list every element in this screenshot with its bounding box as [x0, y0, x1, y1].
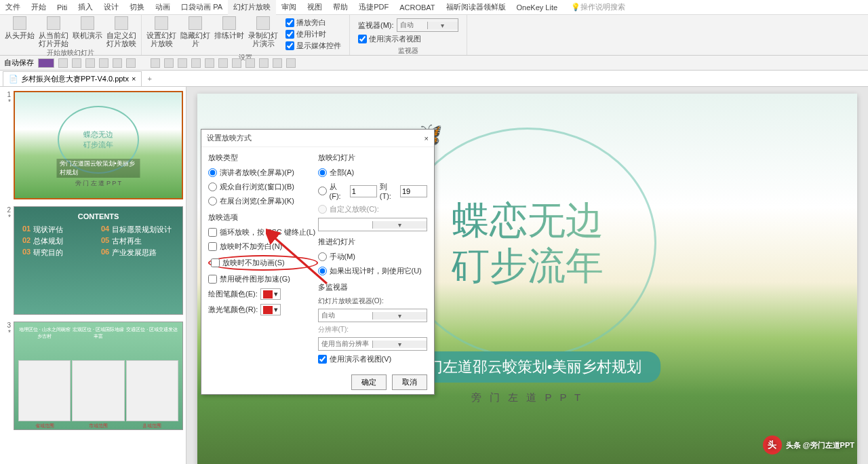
document-tabs: 📄乡村振兴创意大赛PPT-V4.0.pptx× + [0, 71, 868, 87]
radio-presenter[interactable]: 演讲者放映(全屏幕)(P) [208, 167, 318, 178]
tab-foxit[interactable]: 福昕阅读器领鲜版 [441, 0, 511, 15]
redo-icon[interactable] [85, 58, 95, 68]
qa-icon[interactable] [259, 58, 269, 68]
check-loop[interactable]: 循环放映，按 ESC 键终止(L) [208, 227, 318, 238]
section-show-slides: 放映幻灯片 [318, 153, 428, 163]
resolution-select[interactable]: 使用当前分辨率▾ [318, 337, 428, 351]
qa-icon[interactable] [232, 58, 241, 68]
thumbnail-1[interactable]: 1* 蝶恋无边 矴步流年 旁门左道国云蛟策划•美丽乡村规划 旁 门 左 道 P … [3, 91, 183, 199]
qa-icon[interactable] [273, 58, 282, 68]
save-icon[interactable] [58, 58, 68, 68]
tab-review[interactable]: 审阅 [276, 0, 302, 15]
menu-tabs: 文件 开始 Piti 插入 设计 切换 动画 口袋动画 PA 幻灯片放映 审阅 … [0, 0, 868, 15]
slide-subtitle: 旁 门 左 道 P P T [471, 391, 583, 404]
section-show-type: 放映类型 [208, 153, 318, 163]
tab-insert[interactable]: 插入 [73, 0, 98, 15]
custom-show-button[interactable]: 自定义幻灯片放映 [106, 16, 137, 47]
qa-icon[interactable] [205, 58, 214, 68]
qa-icon[interactable] [164, 58, 174, 68]
tab-help[interactable]: 帮助 [328, 0, 353, 15]
media-controls-check[interactable]: 显示媒体控件 [285, 41, 341, 51]
group-label: 开始放映幻灯片 [47, 48, 94, 58]
presenter-view-check[interactable]: 使用演示者视图 [358, 34, 458, 44]
play-narration-check[interactable]: 播放旁白 [285, 18, 341, 28]
document-tab[interactable]: 📄乡村振兴创意大赛PPT-V4.0.pptx× [3, 71, 142, 86]
tab-transitions[interactable]: 切换 [124, 0, 150, 15]
qa-icon[interactable] [99, 58, 108, 68]
tab-design[interactable]: 设计 [98, 0, 124, 15]
slide-title-1: 蝶恋无边 [452, 197, 604, 243]
thumbnail-2[interactable]: 2* CONTENTS 01现状评估 04目标愿景规划设计 02总体规划 05古… [3, 206, 183, 315]
ok-button[interactable]: 确定 [351, 374, 387, 390]
slide-title-2: 矴步流年 [452, 243, 604, 288]
check-disable-hw[interactable]: 禁用硬件图形加速(G) [208, 273, 318, 285]
cancel-button[interactable]: 取消 [392, 374, 427, 390]
qa-icon[interactable] [113, 58, 122, 68]
custom-show-select[interactable]: ▾ [318, 218, 428, 231]
autosave-toggle[interactable] [38, 58, 54, 68]
play-icon [13, 16, 26, 30]
radio-range[interactable]: 从(F):到(T): [318, 181, 428, 201]
tab-slideshow[interactable]: 幻灯片放映 [228, 0, 276, 15]
qa-icon[interactable] [191, 58, 201, 68]
tab-pa[interactable]: 口袋动画 PA [176, 0, 228, 15]
record-icon [256, 16, 270, 30]
from-input [350, 185, 377, 197]
group-label: 监视器 [398, 46, 418, 56]
new-tab-button[interactable]: + [142, 73, 157, 85]
qa-icon[interactable] [286, 58, 296, 68]
monitor-select[interactable]: 自动▾ [397, 18, 458, 32]
slide-thumbnails: 1* 蝶恋无边 矴步流年 旁门左道国云蛟策划•美丽乡村规划 旁 门 左 道 P … [0, 87, 186, 464]
check-presenter-view[interactable]: 使用演示者视图(V) [318, 353, 428, 365]
toutiao-logo-icon: 头 [763, 436, 782, 455]
tab-acrobat[interactable]: ACROBAT [394, 1, 440, 14]
dialog-close-icon[interactable]: × [425, 134, 429, 142]
close-icon[interactable]: × [132, 75, 136, 83]
from-beginning-button[interactable]: 从头开始 [4, 16, 35, 47]
quick-access-toolbar: 自动保存 [0, 56, 868, 71]
chevron-down-icon: ▾ [427, 22, 458, 29]
setup-slideshow-button[interactable]: 设置幻灯片放映 [146, 16, 177, 52]
qa-icon[interactable] [218, 58, 228, 68]
radio-kiosk[interactable]: 在展台浏览(全屏幕)(K) [208, 195, 318, 207]
qa-icon[interactable] [245, 58, 255, 68]
check-no-animation[interactable]: 放映时不加动画(S) [211, 257, 285, 269]
tab-pdf[interactable]: 迅捷PDF [353, 0, 394, 15]
qa-icon[interactable] [178, 58, 187, 68]
ribbon: 从头开始 从当前幻灯片开始 联机演示 自定义幻灯片放映 开始放映幻灯片 设置幻灯… [0, 15, 868, 56]
tell-me-search[interactable]: 💡 操作说明搜索 [571, 2, 625, 12]
autosave-label: 自动保存 [4, 58, 34, 68]
use-timings-check[interactable]: 使用计时 [285, 29, 341, 39]
radio-manual[interactable]: 手动(M) [318, 251, 428, 263]
radio-browsed[interactable]: 观众自行浏览(窗口)(B) [208, 181, 318, 193]
map-thumb [72, 360, 124, 421]
section-advance: 推进幻灯片 [318, 237, 428, 247]
hide-slide-button[interactable]: 隐藏幻灯片 [180, 16, 211, 52]
undo-icon[interactable] [72, 58, 81, 68]
watermark: 头 头条 @旁门左道PPT [763, 436, 854, 455]
tab-file[interactable]: 文件 [0, 0, 26, 15]
radio-all[interactable]: 全部(A) [318, 167, 428, 178]
qa-icon[interactable] [151, 58, 160, 68]
radio-custom[interactable]: 自定义放映(C): [318, 204, 428, 215]
highlighted-option: 放映时不加动画(S) [208, 255, 318, 271]
monitor-select[interactable]: 自动▾ [318, 309, 428, 322]
tab-onekey[interactable]: OneKey Lite [511, 1, 564, 14]
check-no-narration[interactable]: 放映时不加旁白(N) [208, 241, 318, 252]
section-monitors: 多监视器 [318, 282, 428, 292]
rehearse-button[interactable]: 排练计时 [214, 16, 245, 52]
ribbon-group-monitors: 监视器(M): 自动▾ 使用演示者视图 监视器 [350, 15, 467, 55]
pen-color-button[interactable]: ▾ [260, 288, 281, 300]
thumbnail-3[interactable]: 3* 地理区位 · 山水之间碗窑乡古村 宏观区位 · 区域国际地缘丰富 交通区位… [3, 322, 183, 430]
tab-animations[interactable]: 动画 [150, 0, 176, 15]
radio-timings[interactable]: 如果出现计时，则使用它(U) [318, 265, 428, 277]
present-online-button[interactable]: 联机演示 [72, 16, 103, 47]
from-current-button[interactable]: 从当前幻灯片开始 [38, 16, 69, 47]
qa-icon[interactable] [126, 58, 136, 68]
tab-home[interactable]: 开始 [26, 0, 52, 15]
record-button[interactable]: 录制幻灯片演示 [248, 16, 279, 52]
tab-view[interactable]: 视图 [302, 0, 328, 15]
ribbon-group-start: 从头开始 从当前幻灯片开始 联机演示 自定义幻灯片放映 开始放映幻灯片 [0, 15, 142, 55]
tab-piti[interactable]: Piti [52, 1, 73, 14]
laser-color-button[interactable]: ▾ [260, 304, 281, 315]
